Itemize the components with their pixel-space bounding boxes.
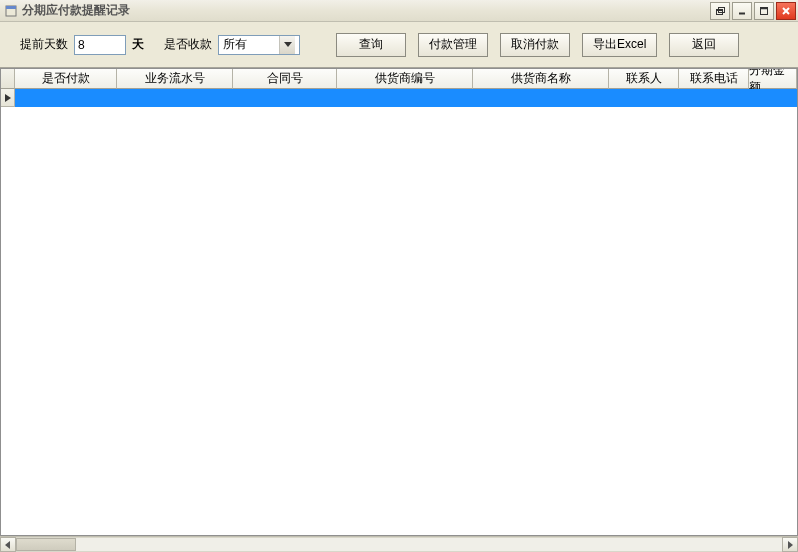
column-header-contact[interactable]: 联系人 bbox=[609, 69, 679, 89]
column-header-is_paid[interactable]: 是否付款 bbox=[15, 69, 117, 89]
cell-contract_no bbox=[233, 89, 337, 107]
advance-days-label: 提前天数 bbox=[20, 36, 68, 53]
grid-header: 是否付款业务流水号合同号供货商编号供货商名称联系人联系电话分期金额 bbox=[1, 69, 797, 89]
cell-installment bbox=[749, 89, 797, 107]
column-header-supplier_code[interactable]: 供货商编号 bbox=[337, 69, 473, 89]
cell-serial_no bbox=[117, 89, 233, 107]
cell-supplier_code bbox=[337, 89, 473, 107]
scrollbar-thumb[interactable] bbox=[16, 538, 76, 551]
column-header-serial_no[interactable]: 业务流水号 bbox=[117, 69, 233, 89]
scroll-right-button[interactable] bbox=[782, 537, 798, 552]
filter-toolbar: 提前天数 天 是否收款 所有 查询 付款管理 取消付款 导出Excel 返回 bbox=[0, 22, 798, 68]
svg-marker-11 bbox=[5, 94, 11, 102]
column-header-contract_no[interactable]: 合同号 bbox=[233, 69, 337, 89]
back-button[interactable]: 返回 bbox=[669, 33, 739, 57]
export-excel-button[interactable]: 导出Excel bbox=[582, 33, 657, 57]
svg-rect-1 bbox=[6, 6, 16, 9]
days-unit-label: 天 bbox=[132, 36, 144, 53]
is-received-select[interactable]: 所有 bbox=[218, 35, 300, 55]
restore-down-button[interactable] bbox=[710, 2, 730, 20]
chevron-down-icon bbox=[279, 36, 295, 54]
minimize-button[interactable] bbox=[732, 2, 752, 20]
close-button[interactable] bbox=[776, 2, 796, 20]
cancel-payment-button[interactable]: 取消付款 bbox=[500, 33, 570, 57]
svg-marker-12 bbox=[5, 541, 10, 549]
table-row[interactable] bbox=[1, 89, 797, 107]
query-button[interactable]: 查询 bbox=[336, 33, 406, 57]
cell-supplier_name bbox=[473, 89, 609, 107]
scrollbar-track[interactable] bbox=[16, 537, 782, 552]
row-indicator-header bbox=[1, 69, 15, 89]
advance-days-input[interactable] bbox=[74, 35, 126, 55]
is-received-value: 所有 bbox=[219, 36, 279, 53]
svg-marker-13 bbox=[788, 541, 793, 549]
grid-body bbox=[1, 89, 797, 535]
payment-management-button[interactable]: 付款管理 bbox=[418, 33, 488, 57]
column-header-installment[interactable]: 分期金额 bbox=[749, 69, 797, 89]
window-title: 分期应付款提醒记录 bbox=[22, 2, 130, 19]
column-header-phone[interactable]: 联系电话 bbox=[679, 69, 749, 89]
cell-phone bbox=[679, 89, 749, 107]
horizontal-scrollbar[interactable] bbox=[0, 536, 798, 552]
cell-contact bbox=[609, 89, 679, 107]
row-indicator bbox=[1, 89, 15, 107]
titlebar: 分期应付款提醒记录 bbox=[0, 0, 798, 22]
data-grid: 是否付款业务流水号合同号供货商编号供货商名称联系人联系电话分期金额 bbox=[0, 68, 798, 536]
svg-marker-10 bbox=[284, 42, 292, 47]
scroll-left-button[interactable] bbox=[0, 537, 16, 552]
maximize-button[interactable] bbox=[754, 2, 774, 20]
column-header-supplier_name[interactable]: 供货商名称 bbox=[473, 69, 609, 89]
is-received-label: 是否收款 bbox=[164, 36, 212, 53]
app-icon bbox=[4, 4, 18, 18]
window: 分期应付款提醒记录 提前天 bbox=[0, 0, 798, 552]
cell-is_paid bbox=[15, 89, 117, 107]
